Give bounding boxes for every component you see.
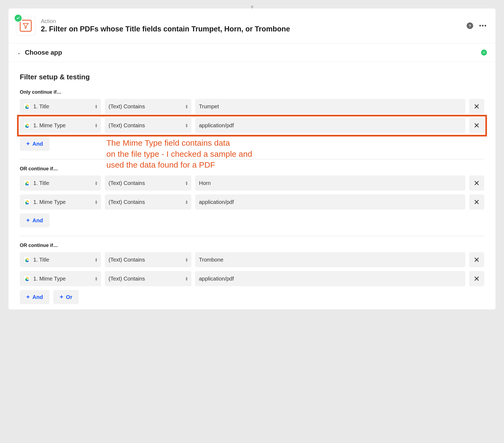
rule-row: 1. Title▲▼(Text) Contains▲▼Trombone xyxy=(20,252,484,267)
value-text: Horn xyxy=(199,180,211,186)
check-icon xyxy=(16,16,20,20)
field-select[interactable]: 1. Title▲▼ xyxy=(20,175,101,191)
button-row: +And xyxy=(20,213,484,227)
remove-rule-button[interactable] xyxy=(469,194,484,210)
close-icon xyxy=(474,276,480,282)
operator-select[interactable]: (Text) Contains▲▼ xyxy=(105,252,191,267)
button-label: And xyxy=(32,141,43,147)
gdrive-icon xyxy=(24,122,31,129)
field-label: 1. Title xyxy=(33,103,49,110)
operator-select[interactable]: (Text) Contains▲▼ xyxy=(105,194,191,210)
value-input[interactable]: Trumpet xyxy=(195,99,465,114)
operator-label: (Text) Contains xyxy=(109,180,145,186)
plus-icon: + xyxy=(26,217,30,224)
add-and-button[interactable]: +And xyxy=(20,290,50,304)
sort-arrows-icon: ▲▼ xyxy=(185,123,188,128)
section-complete-badge xyxy=(481,50,487,56)
remove-rule-button[interactable] xyxy=(469,271,484,286)
value-text: application/pdf xyxy=(199,122,234,129)
sort-arrows-icon: ▲▼ xyxy=(95,200,98,204)
plus-icon: + xyxy=(26,140,30,147)
header-actions: ? ••• xyxy=(467,22,487,29)
sort-arrows-icon: ▲▼ xyxy=(95,123,98,128)
sort-arrows-icon: ▲▼ xyxy=(95,276,98,281)
operator-label: (Text) Contains xyxy=(109,122,145,129)
close-icon xyxy=(474,103,480,109)
sort-arrows-icon: ▲▼ xyxy=(95,104,98,109)
sort-arrows-icon: ▲▼ xyxy=(185,104,188,109)
add-and-button[interactable]: +And xyxy=(20,213,50,227)
operator-label: (Text) Contains xyxy=(109,276,145,282)
value-input[interactable]: application/pdf xyxy=(195,118,465,133)
button-label: And xyxy=(32,294,43,300)
remove-rule-button[interactable] xyxy=(469,252,484,267)
plus-icon: + xyxy=(60,294,63,301)
value-text: application/pdf xyxy=(199,199,234,205)
value-input[interactable]: application/pdf xyxy=(195,271,465,286)
button-label: Or xyxy=(66,294,72,300)
action-card: ▾ Action 2. Filter on PDFs whose Title f… xyxy=(8,8,496,310)
plus-icon: + xyxy=(26,294,30,301)
annotation-text: The Mime Type field contains data on the… xyxy=(106,138,252,171)
operator-select[interactable]: (Text) Contains▲▼ xyxy=(105,118,191,133)
field-select[interactable]: 1. Mime Type▲▼ xyxy=(20,271,101,286)
gdrive-icon xyxy=(24,180,31,187)
gdrive-icon xyxy=(24,275,31,282)
add-or-button[interactable]: +Or xyxy=(53,290,79,304)
filter-app-icon xyxy=(20,20,32,32)
close-icon xyxy=(474,257,480,263)
value-input[interactable]: Trombone xyxy=(195,252,465,267)
sort-arrows-icon: ▲▼ xyxy=(95,258,98,262)
field-label: 1. Mime Type xyxy=(33,199,66,205)
value-text: Trumpet xyxy=(199,103,219,110)
status-check-badge xyxy=(14,14,22,22)
sort-arrows-icon: ▲▼ xyxy=(95,181,98,185)
sort-arrows-icon: ▲▼ xyxy=(185,258,188,262)
field-label: 1. Mime Type xyxy=(33,122,66,129)
operator-select[interactable]: (Text) Contains▲▼ xyxy=(105,99,191,114)
filter-setup-title: Filter setup & testing xyxy=(20,73,484,81)
sort-arrows-icon: ▲▼ xyxy=(185,276,188,281)
field-select[interactable]: 1. Mime Type▲▼ xyxy=(20,118,101,133)
check-icon xyxy=(482,51,486,54)
remove-rule-button[interactable] xyxy=(469,175,484,191)
group-label: Only continue if… xyxy=(20,89,484,95)
rule-row: 1. Mime Type▲▼(Text) Contains▲▼applicati… xyxy=(20,271,484,286)
more-menu-icon[interactable]: ••• xyxy=(479,22,487,29)
remove-rule-button[interactable] xyxy=(469,118,484,133)
operator-label: (Text) Contains xyxy=(109,257,145,263)
annotation-line: used the data found for a PDF xyxy=(106,159,252,171)
field-label: 1. Title xyxy=(33,180,49,186)
operator-label: (Text) Contains xyxy=(109,199,145,205)
annotation-line: The Mime Type field contains data xyxy=(106,138,252,149)
operator-select[interactable]: (Text) Contains▲▼ xyxy=(105,175,191,191)
close-icon xyxy=(474,122,480,128)
action-label: Action xyxy=(41,18,467,24)
help-icon[interactable]: ? xyxy=(467,22,473,29)
header-text: Action 2. Filter on PDFs whose Title fie… xyxy=(41,18,467,33)
funnel-icon xyxy=(22,22,29,29)
annotation-line: on the file type - I checked a sample an… xyxy=(106,149,252,160)
chevron-down-icon: ⌄ xyxy=(17,50,21,55)
value-input[interactable]: Horn xyxy=(195,175,465,191)
remove-rule-button[interactable] xyxy=(469,99,484,114)
rule-row: 1. Mime Type▲▼(Text) Contains▲▼applicati… xyxy=(20,194,484,210)
value-input[interactable]: application/pdf xyxy=(195,194,465,210)
close-icon xyxy=(474,199,480,205)
sort-arrows-icon: ▲▼ xyxy=(185,200,188,204)
field-select[interactable]: 1. Title▲▼ xyxy=(20,252,101,267)
group-divider xyxy=(20,236,484,236)
action-title: 2. Filter on PDFs whose Title fields con… xyxy=(41,25,467,33)
rule-row: 1. Title▲▼(Text) Contains▲▼Horn xyxy=(20,175,484,191)
field-label: 1. Mime Type xyxy=(33,276,66,282)
operator-select[interactable]: (Text) Contains▲▼ xyxy=(105,271,191,286)
group-label: OR continue if… xyxy=(20,243,484,248)
choose-app-section[interactable]: ⌄ Choose app xyxy=(8,43,496,62)
close-icon xyxy=(474,180,480,186)
gdrive-icon xyxy=(24,256,31,263)
field-select[interactable]: 1. Title▲▼ xyxy=(20,99,101,114)
card-header[interactable]: Action 2. Filter on PDFs whose Title fie… xyxy=(8,8,496,43)
field-select[interactable]: 1. Mime Type▲▼ xyxy=(20,194,101,210)
add-and-button[interactable]: +And xyxy=(20,137,50,151)
button-label: And xyxy=(32,217,43,224)
